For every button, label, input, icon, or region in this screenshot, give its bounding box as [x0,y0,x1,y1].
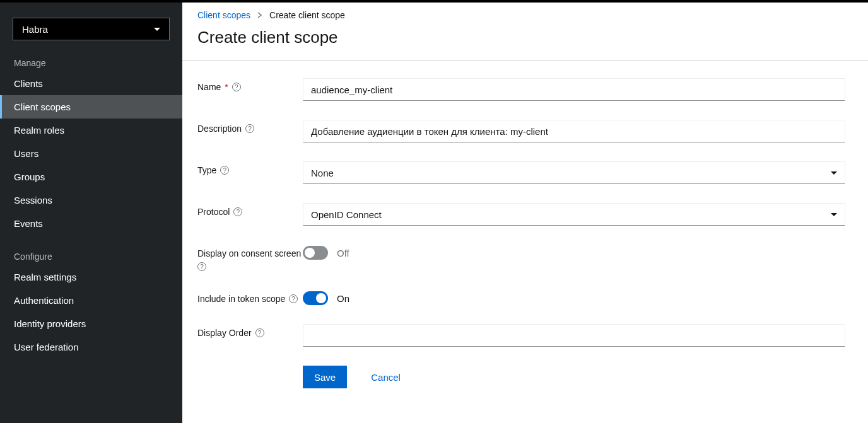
realm-selected-label: Habra [22,24,48,35]
nav-item-label: Identity providers [14,318,86,329]
breadcrumb: Client scopes Create client scope [182,3,868,20]
help-icon[interactable]: ? [289,294,298,303]
help-icon[interactable]: ? [220,166,229,175]
sidebar: Habra Manage Clients Client scopes Realm… [0,3,182,423]
nav-item-events[interactable]: Events [0,212,182,235]
nav-item-realm-settings[interactable]: Realm settings [0,265,182,289]
protocol-select[interactable]: OpenID Connect [303,203,845,226]
toggle-state-label: On [337,293,349,304]
label-description: Description ? [197,120,303,134]
nav-item-label: Realm settings [14,272,76,282]
nav-item-label: Client scopes [14,101,71,112]
nav-item-label: Realm roles [14,125,64,136]
nav-item-label: Events [14,218,43,229]
nav-section-manage: Manage [0,52,182,72]
nav-item-user-federation[interactable]: User federation [0,335,182,359]
label-text: Display on consent screen [197,248,301,258]
nav-item-label: Users [14,148,38,159]
help-icon[interactable]: ? [255,328,264,337]
client-scope-form: Name * ? Description ? [182,61,868,423]
caret-down-icon [154,28,160,31]
nav-item-label: Groups [14,171,45,182]
label-display-order: Display Order ? [197,324,303,338]
nav-item-client-scopes[interactable]: Client scopes [0,95,182,119]
nav-item-identity-providers[interactable]: Identity providers [0,312,182,335]
include-scope-toggle[interactable] [303,291,328,305]
label-text: Type [197,165,216,175]
nav-item-clients[interactable]: Clients [0,72,182,95]
nav-item-groups[interactable]: Groups [0,165,182,188]
description-input[interactable] [303,120,845,142]
caret-down-icon [831,213,837,216]
label-text: Include in token scope [197,294,285,304]
breadcrumb-current: Create client scope [269,10,345,20]
type-select[interactable]: None [303,161,845,184]
label-text: Display Order [197,328,252,338]
chevron-right-icon [257,10,263,20]
label-protocol: Protocol ? [197,203,303,217]
realm-selector[interactable]: Habra [13,18,170,40]
help-icon[interactable]: ? [245,124,254,133]
select-value: OpenID Connect [311,209,382,220]
nav-item-realm-roles[interactable]: Realm roles [0,119,182,142]
nav-item-label: User federation [14,342,79,352]
label-include-scope: Include in token scope ? [197,290,303,304]
label-name: Name * ? [197,78,303,92]
nav-item-users[interactable]: Users [0,142,182,165]
label-text: Name [197,82,221,92]
cancel-button[interactable]: Cancel [360,366,412,388]
label-type: Type ? [197,161,303,175]
display-order-input[interactable] [303,324,845,347]
caret-down-icon [831,171,837,175]
display-consent-toggle[interactable] [303,246,328,260]
page-title: Create client scope [182,20,868,60]
main-content: Client scopes Create client scope Create… [182,3,868,423]
name-input[interactable] [303,78,845,101]
breadcrumb-parent-link[interactable]: Client scopes [197,10,250,20]
nav-item-label: Authentication [14,295,74,306]
nav-item-authentication[interactable]: Authentication [0,289,182,312]
label-text: Protocol [197,207,230,217]
label-text: Description [197,124,242,134]
toggle-knob [305,248,315,258]
app-shell: Habra Manage Clients Client scopes Realm… [0,3,868,423]
nav-section-configure: Configure [0,245,182,265]
nav-list-configure: Realm settings Authentication Identity p… [0,265,182,359]
help-icon[interactable]: ? [197,262,206,271]
nav-item-label: Sessions [14,195,52,206]
toggle-state-label: Off [337,248,349,258]
help-icon[interactable]: ? [233,207,242,216]
label-display-consent: Display on consent screen ? [197,245,303,271]
select-value: None [311,168,334,178]
save-button[interactable]: Save [303,366,347,388]
nav-item-sessions[interactable]: Sessions [0,188,182,212]
required-indicator: * [225,82,228,92]
nav-item-label: Clients [14,78,43,89]
toggle-knob [316,293,326,303]
nav-list-manage: Clients Client scopes Realm roles Users … [0,72,182,235]
help-icon[interactable]: ? [232,83,241,91]
